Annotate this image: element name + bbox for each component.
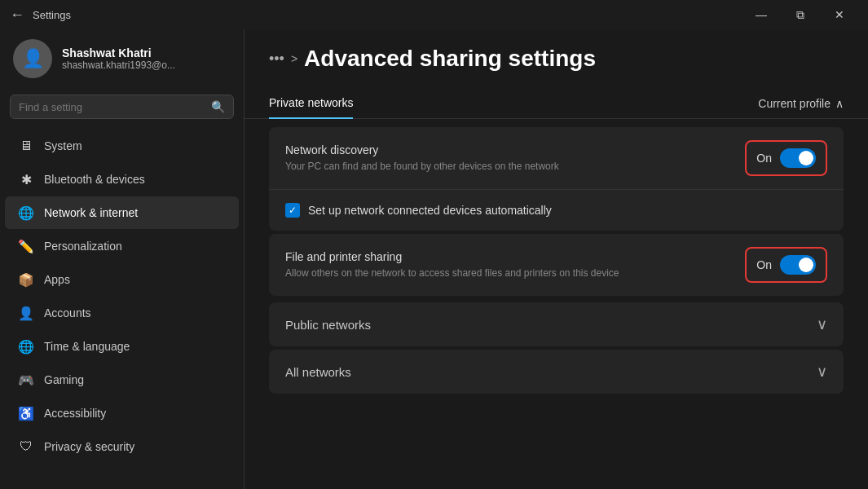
sidebar-item-label: Network & internet — [44, 206, 138, 219]
current-profile[interactable]: Current profile ∧ — [758, 97, 844, 110]
window-controls: — ⧉ ✕ — [742, 2, 858, 28]
sidebar-item-label: Accounts — [44, 306, 91, 319]
sidebar-item-accounts[interactable]: 👤 Accounts — [5, 297, 239, 329]
network-discovery-card: Network discovery Your PC can find and b… — [269, 127, 844, 231]
all-networks-title: All networks — [285, 365, 351, 379]
search-box[interactable]: 🔍 — [10, 95, 234, 119]
app-title: Settings — [33, 9, 71, 21]
network-discovery-toggle-container[interactable]: On — [745, 140, 827, 176]
content-area: ••• > Advanced sharing settings Private … — [245, 29, 868, 489]
avatar-icon: 👤 — [22, 48, 44, 69]
network-discovery-row: Network discovery Your PC can find and b… — [269, 127, 844, 190]
time-icon: 🌐 — [18, 338, 34, 355]
privacy-icon: 🛡 — [18, 438, 34, 455]
sidebar-item-label: Bluetooth & devices — [44, 173, 145, 186]
title-bar: ← Settings — ⧉ ✕ — [0, 0, 868, 29]
auto-devices-row: ✓ Set up network connected devices autom… — [269, 190, 844, 231]
sidebar-item-label: Gaming — [44, 373, 84, 386]
close-button[interactable]: ✕ — [821, 2, 858, 28]
search-input[interactable] — [19, 101, 211, 113]
user-name: Shashwat Khatri — [62, 46, 175, 59]
user-section[interactable]: 👤 Shashwat Khatri shashwat.khatri1993@o.… — [0, 29, 244, 91]
file-printer-row: File and printer sharing Allow others on… — [269, 234, 844, 296]
file-printer-toggle-label: On — [756, 258, 772, 271]
file-printer-desc: Allow others on the network to access sh… — [285, 267, 745, 280]
breadcrumb-arrow: > — [291, 52, 297, 65]
restore-button[interactable]: ⧉ — [782, 2, 819, 28]
current-profile-label: Current profile — [758, 97, 831, 110]
network-discovery-info: Network discovery Your PC can find and b… — [285, 143, 745, 174]
file-printer-toggle[interactable] — [780, 255, 816, 275]
app-body: 👤 Shashwat Khatri shashwat.khatri1993@o.… — [0, 29, 868, 489]
sidebar-item-time[interactable]: 🌐 Time & language — [5, 330, 239, 363]
page-title: Advanced sharing settings — [304, 46, 596, 72]
sidebar-item-label: Personalization — [44, 240, 122, 253]
all-networks-section[interactable]: All networks ∨ — [269, 350, 844, 394]
minimize-button[interactable]: — — [742, 2, 780, 28]
public-networks-section[interactable]: Public networks ∨ — [269, 302, 844, 346]
network-discovery-toggle-label: On — [756, 152, 772, 165]
chevron-up-icon: ∧ — [835, 97, 844, 110]
chevron-down-icon: ∨ — [817, 315, 827, 333]
auto-devices-checkbox[interactable]: ✓ — [285, 203, 300, 218]
chevron-down-icon-2: ∨ — [817, 363, 827, 381]
tab-private-networks[interactable]: Private networks — [269, 88, 353, 119]
file-printer-title: File and printer sharing — [285, 250, 745, 263]
sidebar-item-label: Accessibility — [44, 407, 106, 420]
sidebar-item-label: System — [44, 139, 82, 152]
gaming-icon: 🎮 — [18, 372, 34, 388]
search-icon: 🔍 — [211, 100, 225, 113]
settings-area: Network discovery Your PC can find and b… — [245, 119, 868, 405]
sidebar-item-apps[interactable]: 📦 Apps — [5, 263, 239, 296]
sidebar: 👤 Shashwat Khatri shashwat.khatri1993@o.… — [0, 29, 245, 489]
auto-devices-checkbox-row: ✓ Set up network connected devices autom… — [285, 203, 552, 218]
sidebar-item-gaming[interactable]: 🎮 Gaming — [5, 363, 239, 396]
sidebar-item-accessibility[interactable]: ♿ Accessibility — [5, 397, 239, 430]
section-tabs: Private networks Current profile ∧ — [245, 88, 868, 119]
auto-devices-label: Set up network connected devices automat… — [308, 204, 552, 217]
accessibility-icon: ♿ — [18, 405, 34, 421]
network-discovery-toggle[interactable] — [780, 148, 816, 168]
file-printer-card: File and printer sharing Allow others on… — [269, 234, 844, 296]
sidebar-item-network[interactable]: 🌐 Network & internet — [5, 196, 239, 229]
avatar: 👤 — [13, 39, 52, 78]
page-header: ••• > Advanced sharing settings — [245, 29, 868, 88]
apps-icon: 📦 — [18, 271, 34, 288]
user-email: shashwat.khatri1993@o... — [62, 59, 175, 71]
network-icon: 🌐 — [18, 205, 34, 221]
back-icon[interactable]: ← — [10, 7, 24, 24]
file-printer-info: File and printer sharing Allow others on… — [285, 250, 745, 280]
file-printer-toggle-container[interactable]: On — [745, 247, 827, 283]
public-networks-title: Public networks — [285, 318, 371, 332]
sidebar-item-label: Time & language — [44, 340, 130, 353]
personalization-icon: ✏️ — [18, 238, 34, 254]
sidebar-item-label: Privacy & security — [44, 440, 134, 453]
sidebar-item-system[interactable]: 🖥 System — [5, 130, 239, 162]
sidebar-item-label: Apps — [44, 273, 70, 286]
system-icon: 🖥 — [18, 138, 34, 154]
sidebar-item-privacy[interactable]: 🛡 Privacy & security — [5, 430, 239, 463]
bluetooth-icon: ✱ — [18, 171, 34, 187]
user-info: Shashwat Khatri shashwat.khatri1993@o... — [62, 46, 175, 71]
network-discovery-title: Network discovery — [285, 143, 745, 156]
accounts-icon: 👤 — [18, 305, 34, 321]
sidebar-item-personalization[interactable]: ✏️ Personalization — [5, 230, 239, 262]
nav-items: 🖥 System ✱ Bluetooth & devices 🌐 Network… — [0, 129, 244, 481]
breadcrumb-dots[interactable]: ••• — [269, 51, 284, 68]
network-discovery-desc: Your PC can find and be found by other d… — [285, 160, 745, 174]
sidebar-item-bluetooth[interactable]: ✱ Bluetooth & devices — [5, 163, 239, 196]
